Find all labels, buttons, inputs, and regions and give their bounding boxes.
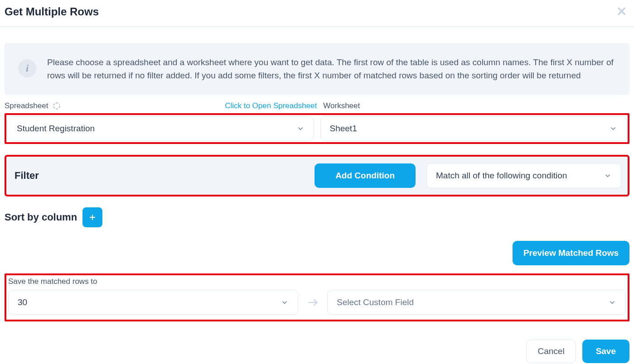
cancel-button[interactable]: Cancel bbox=[526, 340, 576, 363]
match-condition-value: Match all of the following condition bbox=[436, 171, 567, 181]
dialog-header: Get Multiple Rows ✕ bbox=[0, 0, 634, 27]
dialog-title: Get Multiple Rows bbox=[5, 5, 99, 18]
info-text: Please choose a spreadsheet and a worksh… bbox=[47, 56, 616, 82]
dialog-footer: Cancel Save bbox=[0, 340, 634, 364]
preview-matched-rows-button[interactable]: Preview Matched Rows bbox=[513, 241, 629, 265]
sort-label: Sort by column bbox=[5, 211, 77, 223]
plus-icon bbox=[88, 213, 97, 222]
close-icon[interactable]: ✕ bbox=[616, 5, 629, 18]
worksheet-select[interactable]: Sheet1 bbox=[320, 116, 627, 141]
save-button[interactable]: Save bbox=[582, 340, 629, 363]
chevron-down-icon bbox=[608, 298, 616, 307]
preview-row: Preview Matched Rows bbox=[5, 241, 629, 265]
chevron-down-icon bbox=[296, 125, 305, 133]
info-banner: i Please choose a spreadsheet and a work… bbox=[5, 43, 629, 95]
refresh-icon[interactable] bbox=[53, 102, 61, 110]
spreadsheet-value: Student Registration bbox=[17, 124, 95, 134]
custom-field-placeholder: Select Custom Field bbox=[337, 297, 414, 307]
sort-row: Sort by column bbox=[5, 207, 629, 227]
chevron-down-icon bbox=[609, 125, 617, 133]
row-count-value: 30 bbox=[18, 297, 27, 307]
open-spreadsheet-link[interactable]: Click to Open Spreadsheet bbox=[225, 101, 317, 110]
save-matched-label: Save the matched rows to bbox=[8, 277, 626, 286]
info-icon: i bbox=[18, 59, 36, 77]
worksheet-label: Worksheet bbox=[323, 101, 629, 110]
select-labels-row: Spreadsheet Click to Open Spreadsheet Wo… bbox=[5, 101, 629, 110]
spreadsheet-worksheet-highlight: Student Registration Sheet1 bbox=[5, 113, 629, 144]
row-count-select[interactable]: 30 bbox=[8, 290, 298, 315]
worksheet-value: Sheet1 bbox=[330, 124, 357, 134]
add-condition-button[interactable]: Add Condition bbox=[315, 163, 416, 188]
filter-highlight: Filter Add Condition Match all of the fo… bbox=[5, 155, 629, 196]
match-condition-select[interactable]: Match all of the following condition bbox=[426, 163, 621, 188]
arrow-right-icon bbox=[306, 296, 319, 309]
filter-label: Filter bbox=[15, 170, 304, 182]
chevron-down-icon bbox=[604, 172, 612, 180]
add-sort-button[interactable] bbox=[82, 207, 102, 227]
spreadsheet-select[interactable]: Student Registration bbox=[7, 116, 314, 141]
chevron-down-icon bbox=[281, 298, 289, 307]
save-matched-highlight: Save the matched rows to 30 Select Custo… bbox=[5, 273, 629, 321]
custom-field-select[interactable]: Select Custom Field bbox=[327, 290, 626, 315]
spreadsheet-label: Spreadsheet bbox=[5, 101, 48, 110]
